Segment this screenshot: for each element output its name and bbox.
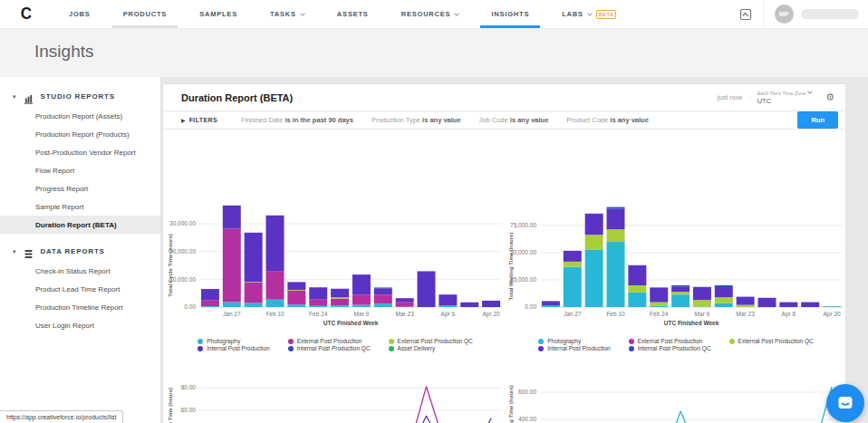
filter-production-type[interactable]: Production Type is any value [371,116,461,124]
app-logo[interactable]: C [0,0,53,28]
sidebar-item-user-login-report[interactable]: User Login Report [0,316,160,334]
bar-segment[interactable] [374,295,392,304]
sidebar-item-production-timeline-report[interactable]: Production Timeline Report [0,298,160,316]
bar-segment[interactable] [309,306,327,307]
avatar[interactable]: MF [775,5,794,24]
nav-item-samples[interactable]: SAMPLES [188,0,248,28]
bar-segment[interactable] [542,301,560,305]
bar-segment[interactable] [628,285,646,293]
legend-entry-external_pp_qc[interactable]: External Post Production QC [389,338,473,344]
updates-icon[interactable] [739,8,752,21]
legend-entry-internal_pp_qc[interactable]: Internal Post Production QC [629,345,711,351]
sidebar-item-post-production-vendor-report[interactable]: Post-Production Vendor Report [0,143,160,161]
bar-segment[interactable] [287,304,305,307]
bar-segment[interactable] [564,251,582,262]
bar-segment[interactable] [352,305,371,307]
bar-segment[interactable] [650,287,668,302]
line-series-internal_pp[interactable] [210,416,491,423]
bar-segment[interactable] [201,306,219,307]
bar-segment[interactable] [542,306,560,307]
bar-segment[interactable] [585,249,603,307]
bar-segment[interactable] [374,303,392,307]
gear-icon[interactable]: ⚙ [825,91,834,103]
bar-segment[interactable] [245,282,263,283]
sidebar-section-studio-reports[interactable]: ▾STUDIO REPORTS [0,86,160,107]
legend-entry-internal_pp_qc[interactable]: Internal Post Production QC [288,345,371,351]
bar-segment[interactable] [331,289,349,298]
nav-item-jobs[interactable]: JOBS [58,0,101,28]
bar-segment[interactable] [585,214,603,235]
bar-segment[interactable] [309,287,327,299]
sidebar-item-product-lead-time-report[interactable]: Product Lead Time Report [0,280,160,298]
filters-toggle[interactable]: ▶ FILTERS [181,117,217,123]
bar-segment[interactable] [201,301,219,306]
bar-segment[interactable] [607,208,625,229]
bar-segment[interactable] [331,305,349,307]
sidebar-section-data-reports[interactable]: ▾DATA REPORTS [0,241,160,262]
bar-segment[interactable] [287,291,305,305]
sidebar-item-sample-report[interactable]: Sample Report [0,197,160,216]
nav-item-insights[interactable]: INSIGHTS [480,0,540,28]
bar-segment[interactable] [331,297,349,299]
bar-segment[interactable] [628,293,646,307]
bar-segment[interactable] [266,216,285,271]
bar-segment[interactable] [245,303,263,307]
bar-segment[interactable] [374,288,392,294]
bar-segment[interactable] [245,283,263,303]
bar-segment[interactable] [607,207,625,209]
bar-segment[interactable] [715,285,733,288]
legend-entry-photography[interactable]: Photography [538,338,610,344]
nav-item-labs[interactable]: LABSBETA [551,0,627,28]
bar-segment[interactable] [439,305,457,307]
nav-item-resources[interactable]: RESOURCES [391,0,470,28]
bar-segment[interactable] [715,297,733,303]
bar-segment[interactable] [779,303,797,307]
bar-segment[interactable] [693,306,711,307]
legend-entry-internal_pp[interactable]: Internal Post Production [538,345,610,351]
bar-segment[interactable] [201,289,219,301]
nav-item-products[interactable]: PRODUCTS [112,0,178,28]
legend-entry-photography[interactable]: Photography [198,338,269,344]
bar-segment[interactable] [801,303,819,307]
bar-segment[interactable] [223,229,241,303]
bar-segment[interactable] [693,300,711,306]
bar-segment[interactable] [396,298,414,302]
line-series-external_pp[interactable] [210,387,491,423]
legend-entry-external_pp[interactable]: External Post Production [288,338,371,344]
bar-segment[interactable] [266,271,285,300]
bar-segment[interactable] [650,306,668,307]
bar-segment[interactable] [715,288,733,297]
bar-segment[interactable] [758,298,776,307]
bar-segment[interactable] [737,297,755,305]
bar-segment[interactable] [671,292,690,294]
sidebar-item-check-in-status-report[interactable]: Check-in Status Report [0,262,160,280]
legend-entry-external_pp[interactable]: External Post Production [629,338,711,344]
user-name-placeholder[interactable] [801,9,859,19]
sidebar-item-duration-report-beta-[interactable]: Duration Report (BETA) [0,216,160,234]
bar-segment[interactable] [460,303,478,307]
legend-entry-internal_pp[interactable]: Internal Post Production [198,345,269,351]
bar-segment[interactable] [715,303,733,307]
filter-product-code[interactable]: Product Code is any value [566,116,649,124]
bar-segment[interactable] [245,233,263,282]
bar-segment[interactable] [352,274,371,294]
bar-segment[interactable] [607,229,625,242]
bar-segment[interactable] [585,235,603,249]
bar-segment[interactable] [352,294,371,304]
sidebar-item-progress-report[interactable]: Progress Report [0,179,160,197]
filter-job-code[interactable]: Job Code is any value [479,116,549,124]
bar-segment[interactable] [650,303,668,306]
nav-item-tasks[interactable]: TASKS [259,0,315,28]
bar-segment[interactable] [309,300,327,306]
bar-segment[interactable] [564,262,582,267]
bar-segment[interactable] [737,305,755,307]
timezone-selector[interactable]: Each Tile's Time Zone UTC [757,90,812,105]
bar-segment[interactable] [374,287,392,288]
bar-segment[interactable] [287,282,305,290]
sidebar-item-production-report-assets-[interactable]: Production Report (Assets) [0,107,160,125]
bar-segment[interactable] [823,306,841,307]
sidebar-item-flow-report[interactable]: Flow Report [0,161,160,179]
chat-launcher-button[interactable] [826,384,864,422]
bar-segment[interactable] [671,286,690,292]
bar-segment[interactable] [266,300,285,307]
